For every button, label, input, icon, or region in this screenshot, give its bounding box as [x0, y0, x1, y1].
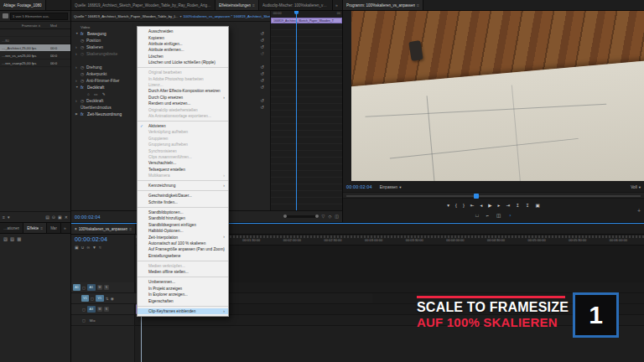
reset-parameter-icon[interactable]: ↺ — [260, 105, 264, 110]
context-menu-item[interactable]: ✓ Eigenschaften › — [138, 297, 228, 306]
reset-parameter-icon[interactable]: ↺ — [260, 51, 264, 56]
icon-view-icon[interactable]: ▾ — [8, 215, 10, 220]
column-media[interactable]: Med — [50, 23, 70, 28]
close-icon[interactable]: × — [75, 227, 77, 231]
play-icon[interactable]: ▶ — [488, 203, 491, 208]
context-menu-item[interactable]: ✓ Standbildsegment einfügen › — [138, 222, 228, 228]
context-menu-item[interactable]: ✓ Durch Clip ersetzen › — [138, 95, 228, 101]
program-playhead-handle[interactable] — [474, 194, 479, 199]
tab-effect-controls[interactable]: Effekteinstellungen ≡ — [216, 0, 259, 10]
reset-parameter-icon[interactable]: ↺ — [260, 98, 264, 103]
reset-parameter-icon[interactable]: ↺ — [260, 78, 264, 83]
pin-to-clip-icon[interactable]: ◫ — [335, 215, 339, 219]
context-menu-item[interactable]: ✓ Kopieren › — [138, 34, 228, 40]
playback-resolution-dropdown[interactable]: Voll ▾ — [631, 185, 641, 189]
yuv-effects-icon[interactable]: ▦ — [17, 237, 21, 241]
stopwatch-icon[interactable]: ◷ — [80, 39, 86, 43]
context-menu-item[interactable]: ✓ In Explorer anzeigen... › — [138, 292, 228, 297]
context-menu-item[interactable]: ✓ Medien offline stellen... › — [138, 269, 228, 277]
context-menu-item[interactable]: ✓ Standbild hinzufügen › — [138, 215, 228, 221]
panel-menu-icon[interactable]: ≡ — [252, 3, 255, 8]
reset-parameter-icon[interactable]: ↺ — [260, 71, 264, 76]
context-menu-item[interactable]: ✓ Clips zusammenführen... › — [138, 154, 228, 160]
step-forward-icon[interactable]: ▸ — [498, 203, 501, 208]
add-marker-icon[interactable]: ▼ — [92, 245, 96, 250]
reset-parameter-icon[interactable]: ↺ — [260, 31, 264, 36]
tab-markers[interactable]: Mar — [47, 223, 61, 233]
context-menu-item[interactable]: ✓ Automatisch auf 100 % skalieren › — [138, 240, 228, 246]
context-menu-item[interactable]: ✓ Originalclip wiederherstellen › — [138, 106, 228, 112]
context-menu-item[interactable]: ✓ Auf Framegröße anpassen (Pan und Zoom)… — [138, 246, 228, 252]
mask-tools-icons[interactable]: ○ ▭ ✎ — [80, 92, 107, 96]
mark-out-icon[interactable]: } — [463, 203, 465, 208]
context-menu-item[interactable]: ✓ Durch After Effects-Komposition ersetz… — [138, 88, 228, 94]
new-bin-icon[interactable]: ▤ — [45, 215, 49, 220]
context-menu-item[interactable]: ✓ Synchronisieren › — [138, 147, 228, 153]
reset-parameter-icon[interactable]: ↺ — [260, 44, 264, 49]
program-scrubber[interactable] — [343, 192, 644, 199]
context-menu-item[interactable]: ✓ Kennzeichnung › — [138, 183, 228, 191]
effect-controls-timecode[interactable]: 00:00:02:04 — [75, 215, 101, 220]
accelerated-effects-icon[interactable]: ▧ — [3, 237, 8, 241]
linked-sequence-label[interactable]: 100%skalieren_vs_anpassen * 166819_Archi… — [183, 14, 270, 18]
context-menu-item[interactable]: ✓ Gruppierung aufheben › — [138, 142, 228, 147]
zoom-fit-dropdown[interactable]: Einpassen ▾ — [380, 185, 402, 189]
track-lock-icon[interactable]: ◻ — [82, 308, 86, 312]
context-menu-item[interactable]: ✓ Teilsequenz erstellen › — [138, 167, 228, 173]
track-target-badge[interactable]: V1 — [96, 295, 104, 302]
context-menu-item[interactable]: ✓ Schnitte finden... › — [138, 199, 228, 208]
reset-parameter-icon[interactable]: ↺ — [260, 65, 264, 70]
tab-overflow-icon[interactable]: » — [333, 0, 340, 10]
source-patch-badge[interactable]: V1 — [81, 295, 89, 302]
button-editor-icon[interactable]: + — [637, 208, 641, 214]
tab-effects[interactable]: Effekte ≡ — [23, 223, 47, 233]
tab-sequence[interactable]: × 100%skalieren_vs_anpassen ≡ — [71, 224, 136, 234]
mute-button[interactable]: M — [97, 307, 102, 312]
project-item-row[interactable]: …_Architect_Sketch_ 25,00 fps 00:0 — [0, 44, 70, 52]
mini-timeline-clip[interactable]: 166819_Architect_Sketch_Paper_Wooden_T — [271, 18, 342, 23]
context-menu-item[interactable]: ✓ Attribute einfügen... › — [138, 41, 228, 47]
mark-in-icon[interactable]: { — [455, 203, 457, 208]
context-menu-item[interactable]: ✓ Attribute entfernen... › — [138, 47, 228, 53]
project-item-row[interactable]: …ren_vsanpassen_4K 25,00 fps 00:0 — [0, 59, 70, 67]
context-menu-item[interactable]: ✓ Halbbild-Optionen... › — [138, 228, 228, 234]
export-frame-icon[interactable]: ▣ — [535, 203, 539, 208]
context-menu-item[interactable]: ✓ Lizenz... › — [138, 82, 228, 88]
column-framerate[interactable]: Framerate ∧ — [22, 23, 50, 28]
list-view-icon[interactable]: ≡ — [3, 215, 5, 220]
timeline-settings-icon[interactable]: ≈ — [99, 245, 101, 250]
snap-magnet-icon[interactable]: ∪ — [81, 245, 85, 250]
panel-menu-icon[interactable]: ≡ — [417, 3, 419, 8]
solo-button[interactable]: S — [104, 307, 109, 312]
proxy-toggle-icon[interactable]: ⌐ — [486, 213, 489, 218]
source-clip-label[interactable]: Quelle * 166819_Architect_Sketch_Paper_W… — [74, 14, 178, 18]
track-visibility-eye-icon[interactable]: ◉ — [111, 297, 114, 301]
lift-icon[interactable]: ↥ — [516, 203, 520, 208]
tab-program-monitor[interactable]: Programm: 100%skalieren_vs_anpassen ≡ — [343, 0, 423, 10]
context-menu-item[interactable]: ✓ Gruppieren › — [138, 136, 228, 142]
timeline-timecode[interactable]: 00:00:02:04 — [71, 235, 134, 242]
chevron-down-icon[interactable]: ▾ — [179, 14, 181, 18]
stopwatch-icon[interactable]: ◷ — [80, 65, 86, 70]
context-menu-item[interactable]: ✓ Standbildoptionen... › — [138, 209, 228, 215]
stopwatch-icon[interactable]: ◷ — [80, 45, 86, 49]
tab-audio-clip-mixer[interactable]: Audioclip-Mischer: 100%skalieren_vs_anpa… — [259, 0, 333, 10]
track-lock-icon[interactable]: ◻ — [82, 318, 86, 323]
tab-info[interactable]: …ationen — [0, 223, 23, 233]
solo-button[interactable]: S — [104, 285, 109, 290]
stopwatch-icon[interactable]: ◷ — [80, 79, 86, 83]
source-patch-badge[interactable]: A1 — [73, 284, 80, 291]
tab-project-bin[interactable]: Ablage: Footage_1080 — [0, 0, 46, 10]
context-menu-item[interactable]: ✓ Aktivieren › — [138, 123, 228, 129]
track-target-badge[interactable]: A1 — [87, 284, 96, 291]
track-lock-icon[interactable]: ◻ — [82, 286, 86, 290]
search-icon[interactable]: ⊙ — [52, 215, 55, 220]
context-menu-item[interactable]: ✓ Ausschneiden › — [138, 28, 228, 34]
zoom-scrollbar[interactable] — [283, 215, 319, 218]
safe-margins-icon[interactable]: □ — [475, 213, 478, 218]
extract-icon[interactable]: ↧ — [526, 203, 530, 208]
context-menu-item[interactable]: ✓ Medien verknüpfen... › — [138, 263, 228, 269]
track-target-badge[interactable]: A3 — [87, 306, 96, 313]
mute-button[interactable]: M — [97, 285, 102, 290]
track-lock-icon[interactable]: ◻ — [91, 297, 94, 301]
